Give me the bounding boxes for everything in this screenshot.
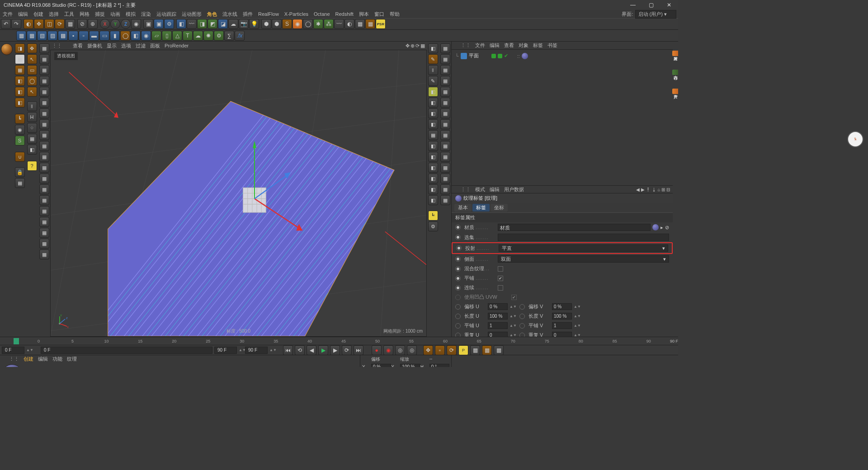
mg-matrix-icon[interactable]: ▦ [27, 31, 37, 41]
snap-edge-icon[interactable]: ▦ [27, 134, 37, 144]
psr-param-button[interactable]: P [458, 345, 468, 355]
tweak-mode-button[interactable]: S [15, 136, 25, 146]
offset-u-field[interactable]: 0 % [488, 303, 508, 310]
add-camera-button[interactable]: 📷 [239, 19, 249, 29]
mm-function[interactable]: 功能 [52, 356, 62, 362]
palette-20[interactable]: ▦ [39, 249, 49, 259]
prim-cone-icon[interactable]: △ [172, 31, 182, 41]
coord-x-scale[interactable]: 100 % [400, 364, 420, 367]
vp-menu-panel[interactable]: 面板 [150, 42, 160, 49]
axis-z-toggle[interactable]: Z [121, 19, 131, 29]
selection-radio[interactable] [455, 235, 461, 240]
rt-b-4[interactable]: ▦ [440, 76, 450, 86]
tiles-u-radio[interactable] [455, 323, 461, 329]
menu-window[interactable]: 窗口 [374, 11, 384, 18]
step-fwd-button[interactable]: ▶ [330, 345, 340, 355]
poly-select-icon[interactable]: ↖ [27, 87, 37, 97]
rt-a-6[interactable]: ◧ [428, 98, 438, 108]
side-tab-1[interactable]: 对象 [672, 51, 679, 56]
record-button[interactable]: ● [372, 345, 382, 355]
maximize-button[interactable]: ▢ [642, 0, 660, 10]
repeat-v-field[interactable]: 0 [552, 332, 572, 337]
minimize-button[interactable]: — [624, 0, 642, 10]
add-cube-button[interactable]: ◧ [176, 19, 186, 29]
text-icon[interactable]: T [183, 31, 193, 41]
cursor-tool-icon[interactable]: ↖ [27, 54, 37, 64]
palette-16[interactable]: ▦ [39, 206, 49, 216]
octane-icon[interactable]: ◉ [292, 19, 302, 29]
key-selection-button[interactable]: ◎ [407, 345, 417, 355]
plane-object[interactable]: 平面 [469, 52, 481, 59]
rt-a-gear[interactable]: ⚙ [428, 221, 438, 231]
side-dropdown[interactable]: 双面▾ [498, 255, 669, 263]
add-nurbs-button[interactable]: ◩ [208, 19, 217, 29]
psr-button[interactable]: PSR [376, 19, 386, 29]
side-tab-2[interactable]: 内容 [672, 70, 679, 75]
vp-menu-display[interactable]: 显示 [107, 42, 117, 49]
prim-plane-icon[interactable]: ▱ [151, 31, 161, 41]
add-generator-button[interactable]: ◨ [197, 19, 207, 29]
menu-octane[interactable]: Octane [314, 11, 330, 17]
offset-v-radio[interactable] [519, 304, 525, 310]
plugin-button-1[interactable]: ⬢ [261, 19, 271, 29]
houdini-icon[interactable]: S [282, 19, 292, 29]
plugin-button-7[interactable]: ▦ [365, 19, 375, 29]
menu-realflow[interactable]: RealFlow [258, 11, 279, 17]
plugin-button-4[interactable]: 〰 [334, 19, 344, 29]
menu-select[interactable]: 选择 [49, 11, 59, 18]
material-swatch[interactable] [2, 364, 23, 367]
add-environment-button[interactable]: ☁ [228, 19, 238, 29]
palette-4[interactable]: ▦ [39, 76, 49, 86]
add-deformer-button[interactable]: ◪ [218, 19, 228, 29]
projection-radio[interactable] [456, 245, 462, 251]
palette-19[interactable]: ▦ [39, 239, 49, 249]
repeat-v-radio[interactable] [519, 333, 525, 337]
render-view-button[interactable]: ▣ [143, 19, 153, 29]
palette-18[interactable]: ▦ [39, 228, 49, 238]
mg-poly-icon[interactable]: ▮ [110, 31, 120, 41]
rt-a-1[interactable]: ◧ [428, 43, 438, 53]
repeat-checkbox[interactable] [498, 285, 503, 291]
coord-system-button[interactable]: ◉ [131, 19, 141, 29]
vp-menu-options[interactable]: 选项 [121, 42, 131, 49]
autokey-button[interactable]: ◉ [383, 345, 393, 355]
vp-nav-layout-icon[interactable]: ▦ [420, 43, 425, 49]
menu-xparticles[interactable]: X-Particles [284, 11, 308, 17]
coord-h-rot[interactable]: 0 ° [429, 364, 449, 367]
rt-a-13[interactable]: ◧ [428, 174, 438, 183]
material-field[interactable]: 材质 [498, 224, 651, 231]
move-icon[interactable]: ✥ [27, 43, 37, 53]
projection-dropdown[interactable]: 平直▾ [499, 244, 668, 252]
plugin-button-3[interactable]: ◯ [303, 19, 313, 29]
undo-button[interactable]: ↶ [1, 19, 11, 29]
offset-u-radio[interactable] [455, 304, 461, 310]
object-manager-body[interactable]: └ 平面 ✔ :: [452, 50, 673, 185]
texture-mode-button[interactable]: ▦ [15, 65, 25, 75]
menu-create[interactable]: 创建 [33, 11, 43, 18]
render-settings-button[interactable]: ⚙ [164, 19, 174, 29]
rt-b-9[interactable]: ▦ [440, 130, 450, 140]
vp-nav-pan-icon[interactable]: ✥ [406, 43, 410, 49]
tiles-v-radio[interactable] [519, 323, 525, 329]
pla-button[interactable]: ▦ [470, 345, 480, 355]
am-menu-edit[interactable]: 编辑 [490, 186, 500, 193]
workplane-button[interactable]: ◧ [15, 76, 25, 86]
repeat-radio[interactable] [455, 285, 461, 291]
palette-17[interactable]: ▦ [39, 217, 49, 227]
mm-texture[interactable]: 纹理 [67, 356, 77, 362]
texture-tag-icon[interactable] [522, 53, 528, 59]
rt-a-8[interactable]: ◧ [428, 119, 438, 129]
mix-checkbox[interactable] [498, 266, 503, 272]
prim-sphere-icon[interactable]: ◉ [141, 31, 151, 41]
menu-help[interactable]: 帮助 [390, 11, 400, 18]
tiles-u-field[interactable]: 1 [488, 322, 508, 329]
explosion-icon[interactable]: ✺ [203, 31, 213, 41]
length-v-field[interactable]: 100 % [552, 313, 572, 320]
menu-file[interactable]: 文件 [3, 11, 13, 18]
go-end-button[interactable]: ⏭ [354, 345, 363, 355]
make-editable-button[interactable]: ◨ [15, 43, 25, 53]
rt-b-6[interactable]: ▦ [440, 98, 450, 108]
tiles-v-field[interactable]: 1 [552, 322, 572, 329]
prev-key-button[interactable]: ⟲ [295, 345, 305, 355]
rt-b-13[interactable]: ▦ [440, 174, 450, 183]
